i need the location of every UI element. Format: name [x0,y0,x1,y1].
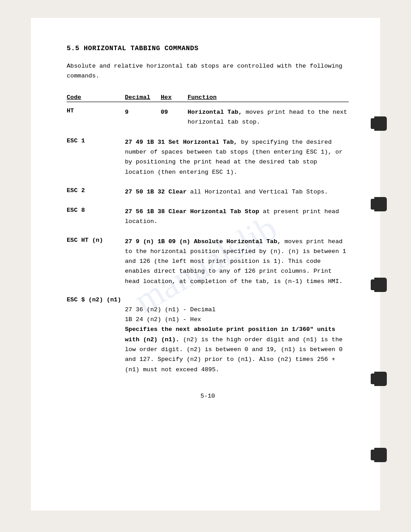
cmd-rest-esc8: 27 56 1B 38 Clear Horizontal Tab Stop at… [125,207,349,227]
command-row-ht: HT 9 09 Horizontal Tab, moves print head… [67,107,349,128]
func-bold-esc2: Clear [168,189,187,195]
command-row-eschtn: ESC HT (n) 27 9 (n) 1B 09 (n) Absolute H… [67,237,349,287]
cmd-rest-esc2: 27 50 1B 32 Clear all Horizontal and Ver… [125,187,349,197]
commands-table: Code Decimal Hex Function HT 9 09 Horizo… [67,94,349,375]
header-function: Function [188,94,349,101]
func-bold-ht: Horizontal Tab, [188,109,242,116]
cmd-rest-esc1: 27 49 1B 31 Set Horizontal Tab, by speci… [125,137,349,177]
header-decimal: Decimal [125,94,161,101]
section-title: 5.5 HORIZONTAL TABBING COMMANDS [67,45,349,52]
hex-ht: 09 [161,107,188,117]
thumb-tab-4 [374,372,387,386]
command-row-esc1: ESC 1 27 49 1B 31 Set Horizontal Tab, by… [67,137,349,177]
cmd-code-ht: HT [67,107,125,114]
esc-dollar-body: 27 36 (n2) (n1) - Decimal 1B 24 (n2) (n1… [125,305,349,375]
command-row-esc2: ESC 2 27 50 1B 32 Clear all Horizontal a… [67,187,349,197]
decimal-eschtn: 27 9 (n) [125,238,154,245]
table-header: Code Decimal Hex Function [67,94,349,102]
esc-dollar-code: ESC $ (n2) (n1) [67,296,349,303]
decimal-ht: 9 [125,107,161,117]
hex-eschtn: 1B 09 (n) [158,238,190,245]
esc-dollar-section: ESC $ (n2) (n1) 27 36 (n2) (n1) - Decima… [67,296,349,375]
hex-esc8: 1B 38 [147,208,165,215]
func-bold-esc1: Set Horizontal Tab, [168,139,237,146]
esc-dollar-line3: Specifies the next absolute print positi… [125,325,349,374]
page-number: 5-10 [67,393,349,399]
intro-text: Absolute and relative horizontal tab sto… [67,61,349,81]
cmd-code-esc1: ESC 1 [67,137,125,144]
esc-dollar-line1: 27 36 (n2) (n1) - Decimal [125,305,349,315]
thumb-tab-1 [374,116,387,131]
cmd-rest-ht: 9 09 Horizontal Tab, moves print head to… [125,107,349,128]
thumb-tab-2 [374,197,387,211]
cmd-code-esc8: ESC 8 [67,207,125,214]
header-hex: Hex [161,94,188,101]
decimal-esc8: 27 56 [125,208,143,215]
hex-esc1: 1B 31 [147,139,165,146]
func-desc-esc2: all Horizontal and Vertical Tab Stops. [187,189,328,195]
esc-dollar-line2: 1B 24 (n2) (n1) - Hex [125,315,349,325]
decimal-esc2: 27 50 [125,189,143,195]
func-bold-eschtn: Absolute Horizontal Tab, [194,238,281,245]
func-bold-esc8: Clear Horizontal Tab Stop [168,208,259,215]
command-row-esc8: ESC 8 27 56 1B 38 Clear Horizontal Tab S… [67,207,349,227]
thumb-tab-3 [374,278,387,292]
hex-esc2: 1B 32 [147,189,165,195]
cmd-code-esc2: ESC 2 [67,187,125,194]
thumb-tab-5 [374,448,387,462]
header-code: Code [67,94,125,101]
decimal-esc1: 27 49 [125,139,143,146]
cmd-code-eschtn: ESC HT (n) [67,237,125,244]
func-ht: Horizontal Tab, moves print head to the … [188,107,349,128]
cmd-rest-eschtn: 27 9 (n) 1B 09 (n) Absolute Horizontal T… [125,237,349,287]
func-desc-eschtn: moves print head to the horizontal posit… [125,238,346,285]
